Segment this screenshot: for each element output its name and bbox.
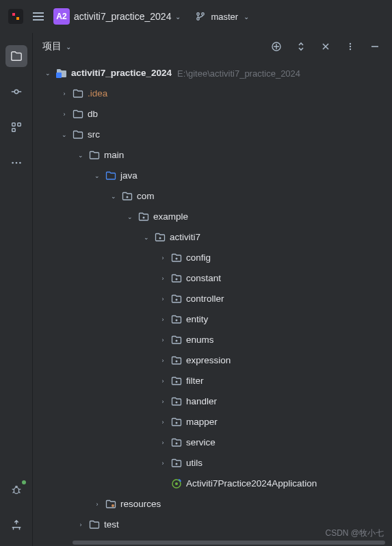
tree-label: resources	[120, 499, 161, 509]
tree-row-service[interactable]: ›service	[33, 432, 392, 453]
tree-row-Activiti7Practice2024Application[interactable]: Activiti7Practice2024Application	[33, 473, 392, 494]
chevron-right-icon[interactable]: ›	[156, 399, 170, 405]
svg-point-28	[176, 381, 178, 383]
tree-row-entity[interactable]: ›entity	[33, 309, 392, 330]
chevron-right-icon[interactable]: ›	[156, 255, 170, 261]
folder-java-icon	[104, 170, 118, 181]
tree-row-mapper[interactable]: ›mapper	[33, 412, 392, 432]
tree-label: handler	[186, 397, 217, 406]
more-tool-button[interactable]	[5, 152, 27, 174]
chevron-down-icon[interactable]: ⌄	[57, 132, 71, 138]
chevron-right-icon[interactable]: ›	[156, 460, 170, 467]
project-tree[interactable]: ⌄activiti7_practice_2024E:\gitee\activit…	[33, 60, 392, 541]
tree-label: config	[186, 253, 211, 263]
chevron-right-icon[interactable]: ›	[156, 317, 170, 323]
tree-row-activiti7[interactable]: ⌄activiti7	[33, 227, 392, 248]
package-icon	[170, 294, 183, 304]
chevron-down-icon[interactable]: ⌄	[107, 194, 120, 200]
app-icon	[8, 9, 23, 24]
package-icon	[170, 314, 183, 325]
horizontal-scrollbar[interactable]	[73, 541, 385, 545]
tree-row-expression[interactable]: ›expression	[33, 350, 392, 371]
tree-row-test[interactable]: ›test	[33, 515, 392, 535]
tree-label: controller	[186, 294, 224, 304]
svg-point-22	[176, 258, 178, 260]
folder-icon	[71, 109, 85, 120]
chevron-right-icon[interactable]: ›	[156, 440, 170, 446]
project-panel: 项目 ⌄ ⌄activiti7_practice_2024E:\gitee\ac…	[33, 33, 392, 546]
tree-row-activiti7_practice_2024[interactable]: ⌄activiti7_practice_2024E:\gitee\activit…	[33, 63, 392, 83]
package-icon	[120, 191, 134, 202]
tree-label: service	[186, 438, 215, 447]
tree-row-com[interactable]: ⌄com	[33, 186, 392, 207]
folder-icon	[88, 519, 101, 530]
chevron-down-icon: ⌄	[66, 43, 71, 51]
panel-title-dropdown[interactable]: 项目 ⌄	[42, 40, 71, 53]
tree-row-db[interactable]: ›db	[33, 104, 392, 125]
chevron-down-icon: ⌄	[175, 13, 181, 21]
svg-point-24	[176, 299, 178, 301]
chevron-down-icon[interactable]: ⌄	[90, 173, 104, 179]
package-icon	[170, 335, 183, 346]
project-tool-button[interactable]	[5, 45, 27, 67]
chevron-right-icon[interactable]: ›	[156, 419, 170, 426]
chevron-right-icon[interactable]: ›	[156, 358, 170, 364]
chevron-down-icon[interactable]: ⌄	[123, 214, 137, 220]
chevron-right-icon[interactable]: ›	[57, 91, 71, 97]
debug-tool-button[interactable]	[5, 479, 27, 501]
folder-icon	[88, 150, 101, 161]
tree-label: test	[104, 520, 119, 530]
chevron-down-icon: ⌄	[244, 13, 249, 21]
panel-header: 项目 ⌄	[33, 33, 392, 60]
commit-tool-button[interactable]	[5, 81, 27, 103]
tree-row-enums[interactable]: ›enums	[33, 330, 392, 350]
main-menu-button[interactable]	[33, 12, 44, 21]
tree-row-utils[interactable]: ›utils	[33, 453, 392, 473]
svg-point-4	[197, 18, 200, 21]
svg-point-17	[350, 49, 351, 50]
structure-tool-button[interactable]	[5, 116, 27, 138]
tree-row-src[interactable]: ⌄src	[33, 125, 392, 145]
tree-label: main	[104, 151, 124, 160]
options-button[interactable]	[343, 39, 358, 54]
chevron-right-icon[interactable]: ›	[156, 378, 170, 385]
expand-all-button[interactable]	[293, 39, 309, 54]
branch-name-label: master	[211, 12, 238, 22]
chevron-right-icon[interactable]: ›	[156, 296, 170, 302]
tree-row-java[interactable]: ⌄java	[33, 166, 392, 186]
chevron-down-icon[interactable]: ⌄	[41, 70, 55, 77]
build-tool-button[interactable]	[5, 515, 27, 536]
chevron-down-icon[interactable]: ⌄	[140, 235, 153, 241]
tree-row-handler[interactable]: ›handler	[33, 391, 392, 412]
svg-point-34	[175, 482, 178, 485]
chevron-right-icon[interactable]: ›	[156, 337, 170, 343]
package-icon	[170, 376, 183, 387]
package-icon	[137, 211, 151, 222]
project-switcher[interactable]: A2 activiti7_practice_2024 ⌄	[53, 8, 181, 25]
chevron-down-icon[interactable]: ⌄	[74, 153, 88, 159]
minimize-button[interactable]	[367, 39, 382, 54]
tree-label: enums	[186, 335, 214, 345]
hide-button[interactable]	[318, 39, 333, 54]
vcs-branch-button[interactable]: master ⌄	[196, 12, 249, 22]
chevron-right-icon[interactable]: ›	[57, 112, 71, 118]
tree-row-config[interactable]: ›config	[33, 248, 392, 268]
tree-row-controller[interactable]: ›controller	[33, 289, 392, 309]
svg-point-21	[159, 237, 161, 239]
select-opened-file-button[interactable]	[269, 39, 284, 54]
tree-row-example[interactable]: ⌄example	[33, 207, 392, 227]
tree-label: constant	[186, 274, 221, 283]
chevron-right-icon[interactable]: ›	[156, 276, 170, 282]
chevron-right-icon[interactable]: ›	[90, 502, 104, 508]
package-icon	[170, 396, 183, 407]
svg-point-25	[176, 320, 178, 322]
tree-label: expression	[186, 356, 231, 365]
chevron-right-icon[interactable]: ›	[74, 522, 88, 528]
svg-rect-1	[12, 13, 15, 16]
tree-row-filter[interactable]: ›filter	[33, 371, 392, 391]
tree-row-main[interactable]: ⌄main	[33, 145, 392, 166]
svg-point-20	[143, 217, 145, 219]
tree-row-.idea[interactable]: ›.idea	[33, 83, 392, 104]
tree-row-constant[interactable]: ›constant	[33, 268, 392, 289]
tree-row-resources[interactable]: ›resources	[33, 494, 392, 515]
